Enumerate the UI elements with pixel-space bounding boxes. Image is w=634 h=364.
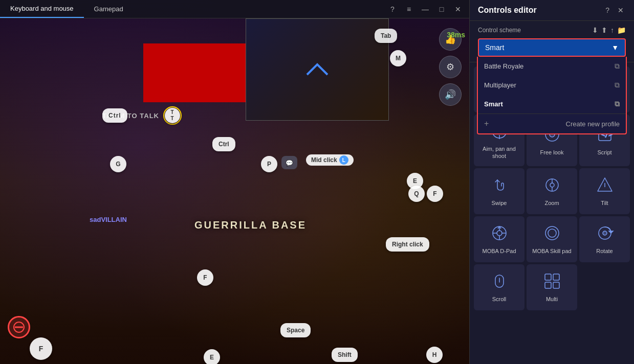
panel-help-icon[interactable]: ? (603, 5, 611, 15)
control-zoom[interactable]: Zoom (527, 168, 577, 214)
folder-icon[interactable]: 📁 (617, 26, 626, 34)
f-key-1[interactable]: F (427, 186, 443, 202)
f-key-2[interactable]: F (197, 269, 213, 286)
script-label: Script (597, 149, 611, 156)
svg-marker-36 (609, 231, 613, 233)
close-window-icon[interactable]: ✕ (453, 4, 463, 14)
dropdown-menu: Battle Royale ⧉ Multiplayer ⧉ Smart ⧉ + … (477, 57, 627, 134)
game-area: Keyboard and mouse Gamepad ? ≡ — □ ✕ 👍 ⚙ (0, 0, 469, 364)
guerrilla-base-text: GUERRILLA BASE (194, 219, 307, 231)
svg-point-35 (603, 231, 607, 235)
svg-rect-42 (553, 282, 559, 288)
dropdown-item-multiplayer[interactable]: Multiplayer ⧉ (478, 76, 626, 95)
control-moba-dpad[interactable]: MOBA D-Pad (474, 216, 524, 262)
top-bar: Keyboard and mouse Gamepad ? ≡ — □ ✕ (0, 0, 469, 18)
control-multi[interactable]: Multi (527, 264, 577, 310)
space-key[interactable]: Space (280, 323, 311, 337)
right-click-key[interactable]: Right click (386, 237, 429, 252)
mid-click-label[interactable]: Mid click L (306, 154, 354, 166)
control-scroll[interactable]: Scroll (474, 264, 524, 310)
control-tilt[interactable]: Tilt (579, 168, 630, 214)
tilt-icon (595, 175, 615, 195)
p-key[interactable]: P (261, 156, 277, 172)
plus-icon: + (484, 119, 489, 128)
moba-dpad-label: MOBA D-Pad (482, 247, 516, 255)
grid-row-3: Swipe Zoom (474, 168, 630, 214)
free-look-label: Free look (540, 149, 564, 156)
shift-key[interactable]: Shift (332, 348, 358, 362)
svg-rect-41 (545, 282, 551, 288)
tab-key[interactable]: Tab (375, 29, 397, 43)
chat-bubble[interactable]: 💬 (281, 156, 297, 169)
tab-keyboard-mouse[interactable]: Keyboard and mouse (0, 0, 84, 18)
control-swipe[interactable]: Swipe (474, 168, 524, 214)
dropdown-item-create-new[interactable]: + Create new profile (478, 113, 626, 133)
panel-header: Controls editor ? ✕ (470, 0, 634, 21)
ctrl-key-1[interactable]: Ctrl (212, 137, 235, 151)
tt-key[interactable]: TT (165, 108, 180, 123)
svg-point-31 (497, 231, 502, 236)
share-icon[interactable]: ↑ (610, 26, 614, 34)
import-icon[interactable]: ⬇ (592, 26, 598, 34)
grid-row-5: Scroll Multi (474, 264, 630, 310)
multi-label: Multi (546, 295, 558, 303)
tilt-label: Tilt (601, 199, 608, 207)
e-key-2[interactable]: E (204, 349, 220, 364)
rotate-label: Rotate (596, 247, 613, 255)
scroll-icon (489, 271, 510, 291)
ping-display: 38ms (447, 31, 469, 39)
zoom-label: Zoom (544, 199, 559, 207)
chevron-down-icon: ▼ (611, 43, 619, 52)
action-icons: 👍 ⚙ 🔊 (439, 28, 462, 106)
control-scheme-section: Control scheme ⬇ ⬆ ↑ 📁 Smart ▼ Battle Ro… (470, 21, 634, 62)
control-empty (579, 264, 630, 310)
ctrl-key-talk[interactable]: Ctrl (102, 108, 127, 123)
moba-skill-icon (542, 223, 562, 243)
maximize-icon[interactable]: □ (436, 4, 447, 14)
grid-row-4: MOBA D-Pad MOBA Skill pad (474, 216, 630, 262)
tab-gamepad[interactable]: Gamepad (84, 0, 134, 18)
copy-icon-multiplayer[interactable]: ⧉ (615, 81, 620, 89)
q-key[interactable]: Q (408, 186, 425, 202)
scheme-icons: ⬇ ⬆ ↑ 📁 (592, 26, 626, 34)
multi-icon (542, 271, 562, 291)
copy-icon-smart[interactable]: ⧉ (615, 100, 620, 108)
control-moba-skill[interactable]: MOBA Skill pad (527, 216, 577, 262)
zoom-icon (542, 175, 562, 195)
h-key[interactable]: H (426, 347, 443, 363)
minimize-icon[interactable]: — (420, 4, 430, 14)
svg-point-25 (550, 183, 554, 187)
menu-icon[interactable]: ≡ (404, 4, 414, 14)
rotate-icon (595, 223, 615, 243)
control-rotate[interactable]: Rotate (579, 216, 630, 262)
scheme-dropdown[interactable]: Smart ▼ Battle Royale ⧉ Multiplayer ⧉ Sm… (478, 38, 626, 57)
dropdown-selected[interactable]: Smart ▼ (478, 38, 626, 57)
help-icon[interactable]: ? (387, 4, 398, 14)
svg-point-33 (548, 229, 556, 237)
no-entry-sign (8, 316, 30, 338)
m-key[interactable]: M (390, 50, 406, 66)
f-key-3[interactable]: F (30, 337, 52, 360)
moba-dpad-icon (489, 223, 510, 243)
panel-header-icons: ? ✕ (603, 5, 626, 15)
control-scheme-label: Control scheme ⬇ ⬆ ↑ 📁 (478, 26, 626, 34)
svg-point-32 (545, 226, 559, 240)
volume-icon[interactable]: 🔊 (439, 83, 462, 106)
panel-title: Controls editor (478, 6, 537, 15)
screen-preview-inner (246, 19, 388, 120)
svg-rect-39 (545, 274, 551, 280)
top-bar-right: ? ≡ — □ ✕ (387, 4, 469, 14)
dropdown-item-battle-royale[interactable]: Battle Royale ⧉ (478, 57, 626, 76)
villain-name: sadVILLAIN (90, 216, 127, 223)
settings-icon[interactable]: ⚙ (439, 56, 462, 78)
dropdown-item-smart[interactable]: Smart ⧉ (478, 95, 626, 113)
g-key[interactable]: G (110, 156, 126, 172)
panel-close-icon[interactable]: ✕ (616, 5, 626, 15)
talk-circle: TT (163, 106, 182, 125)
export-icon[interactable]: ⬆ (601, 26, 607, 34)
copy-icon-battle-royale[interactable]: ⧉ (615, 62, 620, 71)
tap-to-talk: Ctrl TAP M TO TALK TT (102, 106, 182, 125)
swipe-label: Swipe (492, 199, 507, 207)
svg-rect-40 (553, 274, 559, 280)
swipe-icon (489, 175, 510, 195)
